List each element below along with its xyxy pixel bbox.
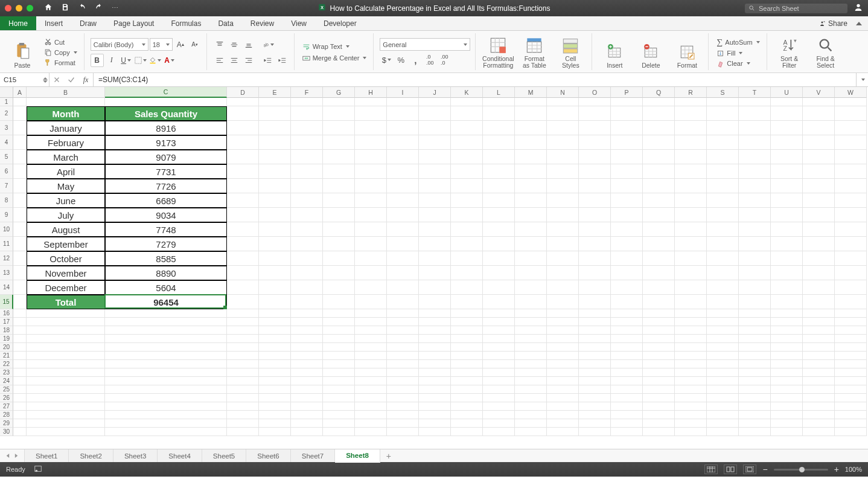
add-sheet-button[interactable]: + [380,449,397,462]
cell-G26[interactable] [323,394,355,402]
cell-P21[interactable] [611,352,643,360]
cell-H1[interactable] [355,98,387,106]
cell-D2[interactable] [227,106,259,121]
cell-P27[interactable] [611,402,643,411]
cell-H7[interactable] [355,179,387,193]
cell-I13[interactable] [387,266,419,280]
cell-S1[interactable] [707,98,739,106]
cell-P5[interactable] [611,150,643,164]
cell-W5[interactable] [835,150,867,164]
cell-J16[interactable] [419,309,451,318]
cell-A24[interactable] [13,377,27,385]
cell-F9[interactable] [291,208,323,222]
cell-S15[interactable] [707,295,739,309]
cell-T28[interactable] [739,411,771,419]
cell-W14[interactable] [835,280,867,295]
cell-U30[interactable] [771,428,803,436]
orientation-button[interactable]: ab [261,38,275,51]
clear-button[interactable]: Clear [715,59,761,68]
cell-B1[interactable] [27,98,105,106]
macro-record-icon[interactable] [34,465,42,474]
cell-L17[interactable] [483,318,515,326]
row-header-17[interactable]: 17 [0,318,13,326]
cell-Q12[interactable] [643,251,675,266]
cell-M28[interactable] [515,411,547,419]
cell-J26[interactable] [419,394,451,402]
cell-U11[interactable] [771,237,803,251]
cell-H25[interactable] [355,385,387,394]
cell-L9[interactable] [483,208,515,222]
cell-F23[interactable] [291,368,323,377]
cell-O18[interactable] [579,326,611,335]
cell-R5[interactable] [675,150,707,164]
merge-center-button[interactable]: Merge & Center [301,54,369,63]
cell-T25[interactable] [739,385,771,394]
cell-H17[interactable] [355,318,387,326]
cell-I11[interactable] [387,237,419,251]
cell-T5[interactable] [739,150,771,164]
cell-M10[interactable] [515,222,547,237]
search-sheet-input[interactable]: Search Sheet [745,4,847,13]
cell-T27[interactable] [739,402,771,411]
cell-T11[interactable] [739,237,771,251]
cell-O23[interactable] [579,368,611,377]
cell-R19[interactable] [675,335,707,343]
cell-S11[interactable] [707,237,739,251]
cell-G4[interactable] [323,135,355,150]
cell-I1[interactable] [387,98,419,106]
decrease-decimal-button[interactable]: .00.0 [438,53,451,66]
cell-T1[interactable] [739,98,771,106]
cell-D22[interactable] [227,360,259,368]
zoom-out-button[interactable]: − [762,465,767,474]
cell-O5[interactable] [579,150,611,164]
cell-O3[interactable] [579,121,611,135]
cell-Q2[interactable] [643,106,675,121]
cell-G17[interactable] [323,318,355,326]
row-header-13[interactable]: 13 [0,266,13,280]
cell-Q22[interactable] [643,360,675,368]
cell-Q15[interactable] [643,295,675,309]
share-button[interactable]: Share [819,19,847,28]
cell-P28[interactable] [611,411,643,419]
cell-R26[interactable] [675,394,707,402]
cell-H5[interactable] [355,150,387,164]
cell-P14[interactable] [611,280,643,295]
cell-N27[interactable] [547,402,579,411]
row-header-24[interactable]: 24 [0,377,13,385]
cell-J9[interactable] [419,208,451,222]
cell-O20[interactable] [579,343,611,352]
cell-D24[interactable] [227,377,259,385]
cell-S2[interactable] [707,106,739,121]
cell-B15[interactable]: Total [27,295,105,309]
cell-A8[interactable] [13,193,27,208]
cell-S24[interactable] [707,377,739,385]
cell-O24[interactable] [579,377,611,385]
cell-W26[interactable] [835,394,867,402]
cell-W25[interactable] [835,385,867,394]
cell-N6[interactable] [547,164,579,179]
cell-B19[interactable] [27,335,105,343]
cell-O4[interactable] [579,135,611,150]
cell-W1[interactable] [835,98,867,106]
cell-D3[interactable] [227,121,259,135]
cell-K9[interactable] [451,208,483,222]
sheet-tab-sheet8[interactable]: Sheet8 [335,449,380,463]
cell-V18[interactable] [803,326,835,335]
cell-L5[interactable] [483,150,515,164]
cell-K29[interactable] [451,419,483,428]
formula-input[interactable]: =SUM(C3:C14) [94,73,856,86]
cell-L29[interactable] [483,419,515,428]
cell-S8[interactable] [707,193,739,208]
cell-H14[interactable] [355,280,387,295]
cell-C28[interactable] [105,411,227,419]
cell-S23[interactable] [707,368,739,377]
page-layout-view-button[interactable] [724,465,737,474]
sheet-tab-sheet3[interactable]: Sheet3 [113,449,158,462]
cell-J13[interactable] [419,266,451,280]
cell-C9[interactable]: 9034 [105,208,227,222]
cell-P3[interactable] [611,121,643,135]
cell-M3[interactable] [515,121,547,135]
cell-C26[interactable] [105,394,227,402]
cell-P9[interactable] [611,208,643,222]
row-header-9[interactable]: 9 [0,208,13,222]
